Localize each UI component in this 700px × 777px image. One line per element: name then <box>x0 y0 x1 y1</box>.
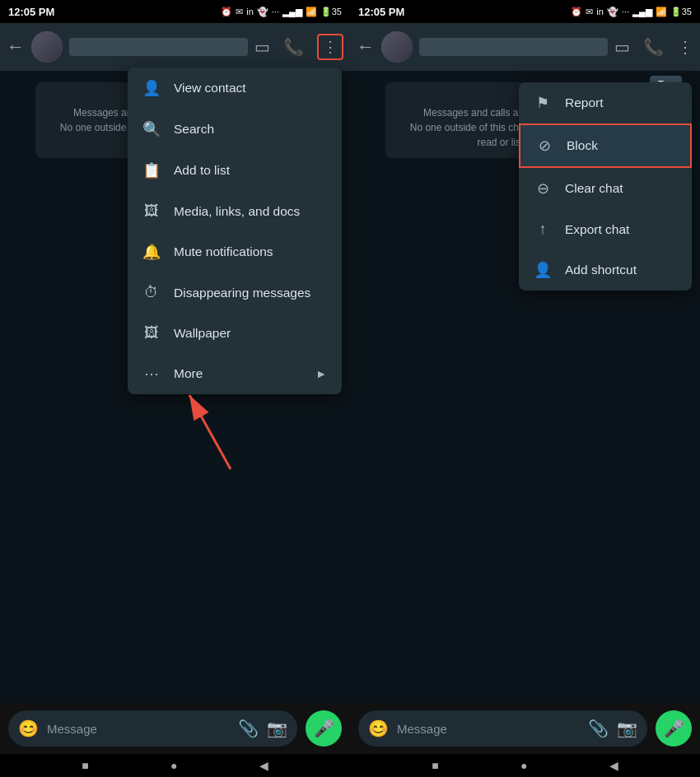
status-bar-left: 12:05 PM ⏰ ✉ in 👻 ··· ▂▄▆ 📶 🔋35 <box>0 0 350 23</box>
contact-name-right <box>419 38 608 56</box>
linkedin-icon-right: in <box>596 7 604 16</box>
menu-item-report[interactable]: ⚑ Report <box>519 82 692 123</box>
signal-icon: ▂▄▆ <box>282 7 302 17</box>
add-to-list-label: Add to list <box>174 163 327 178</box>
block-icon: ⊘ <box>535 137 553 155</box>
square-button-right[interactable]: ■ <box>432 759 438 772</box>
menu-item-block[interactable]: ⊘ Block <box>519 123 692 168</box>
phone-icon-left[interactable]: 📞 <box>283 37 304 57</box>
message-placeholder-right[interactable]: Message <box>397 722 580 736</box>
list-icon: 📋 <box>142 161 161 179</box>
back-button-left[interactable]: ← <box>7 36 25 58</box>
circle-button-right[interactable]: ● <box>520 759 527 772</box>
menu-item-add-shortcut[interactable]: 👤 Add shortcut <box>519 249 692 291</box>
message-placeholder-left[interactable]: Message <box>47 722 230 736</box>
alarm-icon: ⏰ <box>221 7 232 17</box>
report-label: Report <box>565 95 677 110</box>
search-icon: 🔍 <box>142 120 161 138</box>
battery-icon: 🔋35 <box>320 7 342 17</box>
right-screen: 12:05 PM ⏰ ✉ in 👻 ··· ▂▄▆ 📶 🔋35 ← ▭ 📞 ⋮ … <box>350 0 700 777</box>
back-nav-button-left[interactable]: ◀ <box>259 759 268 772</box>
dropdown-menu-right: ⚑ Report ⊘ Block ⊖ Clear chat ↑ Export c… <box>519 82 692 291</box>
linkedin-icon: in <box>246 7 254 16</box>
media-icon: 🖼 <box>142 202 161 220</box>
clear-chat-label: Clear chat <box>565 181 677 196</box>
wallpaper-icon: 🖼 <box>142 324 161 342</box>
dropdown-menu-left: 👤 View contact 🔍 Search 📋 Add to list 🖼 … <box>128 67 342 394</box>
mic-button-left[interactable]: 🎤 <box>306 710 342 747</box>
video-call-icon-left[interactable]: ▭ <box>254 37 270 57</box>
three-dots-icon-right[interactable]: ⋮ <box>677 37 693 57</box>
whatsapp-icon: ✉ <box>236 7 243 17</box>
video-call-icon-right[interactable]: ▭ <box>614 37 630 57</box>
attach-icon-right[interactable]: 📎 <box>588 719 609 738</box>
mute-icon: 🔔 <box>142 243 161 261</box>
menu-item-disappearing[interactable]: ⏱ Disappearing messages <box>128 272 342 313</box>
status-icons-right: ⏰ ✉ in 👻 ··· ▂▄▆ 📶 🔋35 <box>571 7 692 17</box>
wifi-icon: 📶 <box>306 7 317 17</box>
battery-icon-right: 🔋35 <box>670 7 692 17</box>
phone-icon-right[interactable]: 📞 <box>643 37 664 57</box>
more-label: More <box>174 366 302 381</box>
person-icon: 👤 <box>142 79 161 97</box>
mute-label: Mute notifications <box>174 244 327 259</box>
avatar-left[interactable] <box>31 31 63 63</box>
snap-icon: 👻 <box>257 7 268 17</box>
more-arrow-icon: ► <box>315 367 327 380</box>
status-time-right: 12:05 PM <box>358 6 404 18</box>
status-time-left: 12:05 PM <box>8 6 54 18</box>
message-input-wrap-left[interactable]: 😊 Message 📎 📷 <box>8 710 297 747</box>
wallpaper-label: Wallpaper <box>174 326 327 341</box>
report-icon: ⚑ <box>534 94 552 112</box>
avatar-right[interactable] <box>381 31 413 63</box>
block-label: Block <box>567 138 675 153</box>
message-input-wrap-right[interactable]: 😊 Message 📎 📷 <box>358 710 647 747</box>
bottom-bar-left: 😊 Message 📎 📷 🎤 <box>0 703 350 754</box>
camera-icon-right[interactable]: 📷 <box>617 719 637 738</box>
more-options-button-left[interactable]: ⋮ <box>317 34 343 60</box>
top-bar-icons-left: ▭ 📞 ⋮ <box>254 34 343 60</box>
whatsapp-icon-right: ✉ <box>586 7 593 17</box>
export-chat-label: Export chat <box>565 222 677 237</box>
media-label: Media, links, and docs <box>174 204 327 219</box>
menu-item-search[interactable]: 🔍 Search <box>128 109 342 150</box>
square-button-left[interactable]: ■ <box>82 759 88 772</box>
mic-button-right[interactable]: 🎤 <box>656 710 692 747</box>
view-contact-label: View contact <box>174 81 327 95</box>
menu-item-media[interactable]: 🖼 Media, links, and docs <box>128 191 342 231</box>
contact-name-left <box>69 38 248 56</box>
nav-bar-right: ■ ● ◀ <box>350 754 700 777</box>
circle-button-left[interactable]: ● <box>170 759 177 772</box>
more-icon: ··· <box>272 7 279 16</box>
top-bar-left: ← ▭ 📞 ⋮ <box>0 23 350 71</box>
camera-icon-left[interactable]: 📷 <box>267 719 287 738</box>
menu-item-more[interactable]: ⋯ More ► <box>128 353 342 394</box>
add-shortcut-label: Add shortcut <box>565 263 677 277</box>
attach-icon-left[interactable]: 📎 <box>238 719 259 738</box>
clear-chat-icon: ⊖ <box>534 179 552 198</box>
export-icon: ↑ <box>534 221 552 238</box>
menu-item-clear-chat[interactable]: ⊖ Clear chat <box>519 168 692 209</box>
menu-item-wallpaper[interactable]: 🖼 Wallpaper <box>128 313 342 353</box>
menu-item-mute[interactable]: 🔔 Mute notifications <box>128 231 342 272</box>
top-bar-icons-right: ▭ 📞 ⋮ <box>614 37 693 57</box>
top-bar-right: ← ▭ 📞 ⋮ <box>350 23 700 71</box>
status-bar-right: 12:05 PM ⏰ ✉ in 👻 ··· ▂▄▆ 📶 🔋35 <box>350 0 700 23</box>
snap-icon-right: 👻 <box>607 7 618 17</box>
more-menu-icon: ⋯ <box>142 365 161 383</box>
emoji-icon-left[interactable]: 😊 <box>18 719 39 738</box>
wifi-icon-right: 📶 <box>656 7 667 17</box>
back-button-right[interactable]: ← <box>357 36 375 58</box>
add-shortcut-icon: 👤 <box>534 261 552 279</box>
disappearing-label: Disappearing messages <box>174 286 327 300</box>
menu-item-view-contact[interactable]: 👤 View contact <box>128 67 342 109</box>
menu-item-add-to-list[interactable]: 📋 Add to list <box>128 150 342 191</box>
bottom-bar-right: 😊 Message 📎 📷 🎤 <box>350 703 700 754</box>
emoji-icon-right[interactable]: 😊 <box>368 719 389 738</box>
timer-icon: ⏱ <box>142 284 161 301</box>
back-nav-button-right[interactable]: ◀ <box>609 759 618 772</box>
more-icon-right: ··· <box>622 7 629 16</box>
menu-item-export-chat[interactable]: ↑ Export chat <box>519 209 692 249</box>
status-icons-left: ⏰ ✉ in 👻 ··· ▂▄▆ 📶 🔋35 <box>221 7 342 17</box>
three-dots-icon-left: ⋮ <box>323 38 338 56</box>
